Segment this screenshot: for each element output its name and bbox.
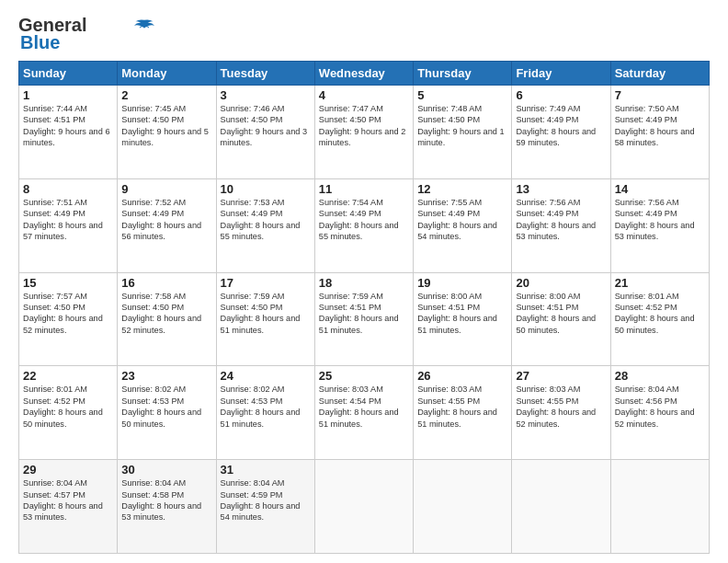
header: General Blue	[18, 15, 710, 53]
day-number: 15	[23, 276, 113, 290]
calendar-cell	[610, 460, 709, 554]
calendar-cell: 27Sunrise: 8:03 AMSunset: 4:55 PMDayligh…	[512, 366, 610, 460]
calendar-cell: 2Sunrise: 7:45 AMSunset: 4:50 PMDaylight…	[118, 86, 216, 179]
day-number: 25	[319, 369, 409, 383]
calendar-cell: 25Sunrise: 8:03 AMSunset: 4:54 PMDayligh…	[314, 366, 413, 460]
logo-blue: Blue	[20, 32, 60, 53]
calendar-cell: 1Sunrise: 7:44 AMSunset: 4:51 PMDaylight…	[19, 86, 118, 179]
calendar-cell: 26Sunrise: 8:03 AMSunset: 4:55 PMDayligh…	[414, 366, 512, 460]
day-number: 28	[615, 369, 705, 383]
day-number: 24	[221, 369, 311, 383]
day-number: 30	[121, 463, 211, 477]
day-number: 26	[417, 369, 507, 383]
day-number: 23	[121, 369, 211, 383]
calendar-week-3: 15Sunrise: 7:57 AMSunset: 4:50 PMDayligh…	[19, 272, 710, 366]
day-number: 29	[23, 463, 113, 477]
calendar-week-1: 1Sunrise: 7:44 AMSunset: 4:51 PMDaylight…	[19, 86, 710, 179]
calendar-cell	[314, 460, 413, 554]
calendar-cell: 15Sunrise: 7:57 AMSunset: 4:50 PMDayligh…	[19, 272, 118, 366]
cell-content: Sunrise: 7:52 AMSunset: 4:49 PMDaylight:…	[121, 198, 201, 241]
calendar-header-monday: Monday	[118, 62, 216, 86]
day-number: 1	[23, 88, 113, 102]
day-number: 13	[516, 182, 606, 196]
calendar-cell: 20Sunrise: 8:00 AMSunset: 4:51 PMDayligh…	[512, 272, 610, 366]
cell-content: Sunrise: 7:51 AMSunset: 4:49 PMDaylight:…	[23, 198, 103, 241]
cell-content: Sunrise: 7:56 AMSunset: 4:49 PMDaylight:…	[615, 198, 695, 241]
calendar-cell: 12Sunrise: 7:55 AMSunset: 4:49 PMDayligh…	[414, 178, 512, 272]
cell-content: Sunrise: 8:00 AMSunset: 4:51 PMDaylight:…	[516, 292, 596, 335]
day-number: 5	[417, 88, 507, 102]
cell-content: Sunrise: 7:53 AMSunset: 4:49 PMDaylight:…	[221, 198, 301, 241]
cell-content: Sunrise: 8:04 AMSunset: 4:59 PMDaylight:…	[221, 478, 301, 522]
page: General Blue SundayMondayTuesdayWednesda…	[0, 0, 728, 563]
day-number: 16	[121, 276, 211, 290]
day-number: 20	[516, 276, 606, 290]
calendar-cell: 19Sunrise: 8:00 AMSunset: 4:51 PMDayligh…	[414, 272, 512, 366]
cell-content: Sunrise: 8:03 AMSunset: 4:55 PMDaylight:…	[417, 385, 497, 428]
day-number: 27	[516, 369, 606, 383]
logo-bird-icon	[134, 18, 154, 31]
calendar-cell: 6Sunrise: 7:49 AMSunset: 4:49 PMDaylight…	[512, 86, 610, 179]
calendar-cell: 17Sunrise: 7:59 AMSunset: 4:50 PMDayligh…	[216, 272, 314, 366]
calendar-cell: 11Sunrise: 7:54 AMSunset: 4:49 PMDayligh…	[314, 178, 413, 272]
calendar-header-row: SundayMondayTuesdayWednesdayThursdayFrid…	[19, 62, 710, 86]
calendar-header-sunday: Sunday	[19, 62, 118, 86]
calendar-week-4: 22Sunrise: 8:01 AMSunset: 4:52 PMDayligh…	[19, 366, 710, 460]
day-number: 9	[121, 182, 211, 196]
cell-content: Sunrise: 8:04 AMSunset: 4:56 PMDaylight:…	[615, 385, 695, 428]
day-number: 18	[319, 276, 409, 290]
calendar-cell: 3Sunrise: 7:46 AMSunset: 4:50 PMDaylight…	[216, 86, 314, 179]
calendar-cell: 16Sunrise: 7:58 AMSunset: 4:50 PMDayligh…	[118, 272, 216, 366]
calendar-header-wednesday: Wednesday	[314, 62, 413, 86]
calendar-header-saturday: Saturday	[610, 62, 709, 86]
day-number: 31	[221, 463, 311, 477]
logo: General Blue	[18, 15, 154, 53]
day-number: 3	[221, 88, 311, 102]
day-number: 6	[516, 88, 606, 102]
calendar-cell	[512, 460, 610, 554]
cell-content: Sunrise: 8:03 AMSunset: 4:55 PMDaylight:…	[516, 385, 596, 428]
cell-content: Sunrise: 7:50 AMSunset: 4:49 PMDaylight:…	[615, 104, 695, 147]
cell-content: Sunrise: 7:49 AMSunset: 4:49 PMDaylight:…	[516, 104, 596, 147]
calendar-cell: 14Sunrise: 7:56 AMSunset: 4:49 PMDayligh…	[610, 178, 709, 272]
calendar-cell: 23Sunrise: 8:02 AMSunset: 4:53 PMDayligh…	[118, 366, 216, 460]
cell-content: Sunrise: 7:47 AMSunset: 4:50 PMDaylight:…	[319, 104, 406, 147]
cell-content: Sunrise: 7:59 AMSunset: 4:50 PMDaylight:…	[221, 292, 301, 335]
calendar-cell: 4Sunrise: 7:47 AMSunset: 4:50 PMDaylight…	[314, 86, 413, 179]
cell-content: Sunrise: 8:04 AMSunset: 4:58 PMDaylight:…	[121, 478, 201, 522]
calendar-header-friday: Friday	[512, 62, 610, 86]
calendar-cell: 29Sunrise: 8:04 AMSunset: 4:57 PMDayligh…	[19, 460, 118, 554]
cell-content: Sunrise: 8:00 AMSunset: 4:51 PMDaylight:…	[417, 292, 497, 335]
calendar-cell: 13Sunrise: 7:56 AMSunset: 4:49 PMDayligh…	[512, 178, 610, 272]
calendar-cell: 18Sunrise: 7:59 AMSunset: 4:51 PMDayligh…	[314, 272, 413, 366]
calendar-table: SundayMondayTuesdayWednesdayThursdayFrid…	[18, 61, 710, 554]
day-number: 2	[121, 88, 211, 102]
cell-content: Sunrise: 7:57 AMSunset: 4:50 PMDaylight:…	[23, 292, 103, 335]
calendar-week-5: 29Sunrise: 8:04 AMSunset: 4:57 PMDayligh…	[19, 460, 710, 554]
calendar-cell: 7Sunrise: 7:50 AMSunset: 4:49 PMDaylight…	[610, 86, 709, 179]
calendar-cell: 21Sunrise: 8:01 AMSunset: 4:52 PMDayligh…	[610, 272, 709, 366]
cell-content: Sunrise: 8:03 AMSunset: 4:54 PMDaylight:…	[319, 385, 399, 428]
cell-content: Sunrise: 7:58 AMSunset: 4:50 PMDaylight:…	[121, 292, 201, 335]
cell-content: Sunrise: 7:55 AMSunset: 4:49 PMDaylight:…	[417, 198, 497, 241]
day-number: 7	[615, 88, 705, 102]
cell-content: Sunrise: 7:46 AMSunset: 4:50 PMDaylight:…	[221, 104, 308, 147]
cell-content: Sunrise: 7:54 AMSunset: 4:49 PMDaylight:…	[319, 198, 399, 241]
day-number: 14	[615, 182, 705, 196]
day-number: 12	[417, 182, 507, 196]
cell-content: Sunrise: 7:56 AMSunset: 4:49 PMDaylight:…	[516, 198, 596, 241]
day-number: 19	[417, 276, 507, 290]
calendar-cell	[414, 460, 512, 554]
day-number: 22	[23, 369, 113, 383]
day-number: 17	[221, 276, 311, 290]
calendar-cell: 22Sunrise: 8:01 AMSunset: 4:52 PMDayligh…	[19, 366, 118, 460]
cell-content: Sunrise: 7:59 AMSunset: 4:51 PMDaylight:…	[319, 292, 399, 335]
calendar-header-tuesday: Tuesday	[216, 62, 314, 86]
calendar-cell: 24Sunrise: 8:02 AMSunset: 4:53 PMDayligh…	[216, 366, 314, 460]
cell-content: Sunrise: 8:02 AMSunset: 4:53 PMDaylight:…	[221, 385, 301, 428]
calendar-header-thursday: Thursday	[414, 62, 512, 86]
day-number: 4	[319, 88, 409, 102]
cell-content: Sunrise: 8:01 AMSunset: 4:52 PMDaylight:…	[615, 292, 695, 335]
cell-content: Sunrise: 7:44 AMSunset: 4:51 PMDaylight:…	[23, 104, 110, 147]
calendar-cell: 30Sunrise: 8:04 AMSunset: 4:58 PMDayligh…	[118, 460, 216, 554]
